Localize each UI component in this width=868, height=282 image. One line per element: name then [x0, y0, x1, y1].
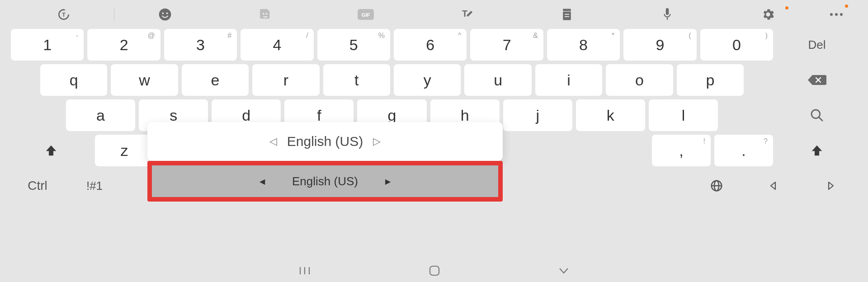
language-popup-label: English (US) [287, 134, 363, 149]
key-cursor-right[interactable] [804, 170, 857, 202]
nav-recents-icon[interactable] [298, 266, 311, 276]
key-backspace[interactable] [777, 64, 857, 96]
gif-icon[interactable]: GIF [316, 0, 416, 29]
row-numbers: 1- 2@ 3# 4/ 5% 6^ 7& 8* 9( 0) Del [11, 29, 857, 61]
svg-point-5 [266, 13, 267, 14]
key-shift-left[interactable] [11, 135, 91, 166]
key-t[interactable]: t [323, 64, 390, 96]
key-cursor-left[interactable] [747, 170, 800, 202]
svg-point-15 [840, 13, 843, 16]
space-next-icon: ▶ [385, 177, 391, 186]
key-6[interactable]: 6^ [394, 29, 467, 61]
clipboard-icon[interactable] [517, 0, 617, 29]
key-o[interactable]: o [606, 64, 673, 96]
svg-point-2 [162, 12, 164, 14]
key-u[interactable]: u [464, 64, 531, 96]
nav-back-icon[interactable] [558, 267, 570, 275]
key-2[interactable]: 2@ [87, 29, 160, 61]
row-qwerty: q w e r t y u i o p [11, 64, 857, 96]
svg-point-3 [166, 12, 168, 14]
svg-text:T: T [462, 9, 467, 19]
svg-rect-9 [565, 14, 569, 15]
svg-rect-10 [565, 16, 569, 17]
key-3[interactable]: 3# [164, 29, 237, 61]
more-icon[interactable] [818, 0, 854, 29]
key-1[interactable]: 1- [11, 29, 84, 61]
key-w[interactable]: w [111, 64, 178, 96]
spacebar-label: English (US) [292, 174, 358, 188]
nav-home-icon[interactable] [429, 265, 440, 277]
key-q[interactable]: q [40, 64, 107, 96]
key-l[interactable]: l [649, 99, 718, 131]
language-popup[interactable]: ◁ English (US) ▷ [147, 122, 503, 161]
key-p[interactable]: p [677, 64, 744, 96]
key-9[interactable]: 9( [623, 29, 696, 61]
svg-rect-24 [430, 266, 439, 275]
voice-icon[interactable] [617, 0, 717, 29]
key-5[interactable]: 5% [317, 29, 390, 61]
key-symbols[interactable]: !#1 [68, 170, 121, 202]
key-delete[interactable]: Del [777, 29, 857, 61]
svg-text:T: T [62, 11, 66, 18]
key-language[interactable] [690, 170, 743, 202]
emoji-icon[interactable] [114, 0, 215, 29]
text-scan-icon[interactable]: T [14, 0, 114, 29]
key-period[interactable]: .? [714, 135, 773, 166]
key-a[interactable]: a [66, 99, 135, 131]
key-8[interactable]: 8* [547, 29, 620, 61]
key-7[interactable]: 7& [470, 29, 543, 61]
key-spacebar[interactable]: ◀ English (US) ▶ [152, 165, 498, 197]
svg-rect-11 [666, 8, 669, 15]
space-prev-icon: ◀ [259, 177, 265, 186]
more-badge-dot [845, 5, 848, 8]
settings-icon[interactable] [718, 0, 818, 29]
key-i[interactable]: i [535, 64, 602, 96]
settings-badge-dot [785, 6, 788, 9]
key-4[interactable]: 4/ [241, 29, 313, 61]
key-z[interactable]: z [95, 135, 154, 166]
android-navbar [0, 259, 868, 282]
svg-point-14 [835, 13, 838, 16]
popup-prev-icon[interactable]: ◁ [269, 136, 277, 147]
popup-next-icon[interactable]: ▷ [373, 136, 381, 147]
keyboard-toolbar: T GIF T [0, 0, 868, 29]
key-j[interactable]: j [503, 99, 572, 131]
key-comma[interactable]: ,! [652, 135, 711, 166]
key-ctrl[interactable]: Ctrl [11, 170, 64, 202]
handwriting-icon[interactable]: T [416, 0, 517, 29]
key-y[interactable]: y [394, 64, 461, 96]
key-k[interactable]: k [576, 99, 645, 131]
sticker-icon[interactable] [215, 0, 316, 29]
svg-text:GIF: GIF [362, 12, 370, 18]
key-shift-right[interactable] [777, 135, 857, 166]
svg-point-13 [830, 13, 833, 16]
key-r[interactable]: r [252, 64, 319, 96]
key-e[interactable]: e [182, 64, 249, 96]
svg-line-17 [819, 117, 822, 121]
spacebar-highlight: ◀ English (US) ▶ [147, 161, 503, 202]
svg-point-1 [159, 9, 171, 21]
key-search[interactable] [777, 99, 857, 131]
svg-point-4 [263, 13, 264, 14]
key-0[interactable]: 0) [700, 29, 773, 61]
